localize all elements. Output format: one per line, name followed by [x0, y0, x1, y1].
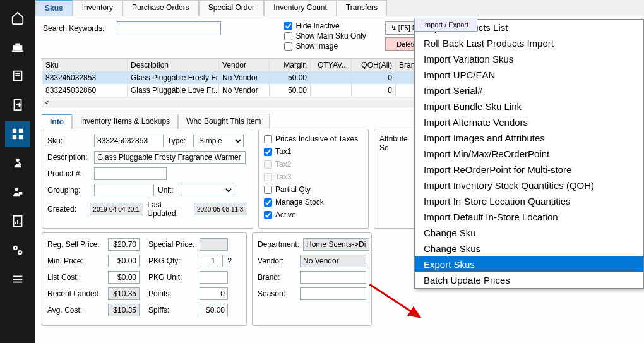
- chk-tax1[interactable]: [264, 148, 272, 156]
- sku-field[interactable]: [94, 135, 164, 147]
- chk-main-label: Show Main Sku Only: [295, 32, 366, 40]
- brand-field[interactable]: [300, 271, 366, 284]
- dd-import-qoh[interactable]: Import Inventory Stock Quantities (QOH): [415, 178, 643, 193]
- prod-label: Product #:: [47, 169, 90, 178]
- sku-label: Sku:: [47, 136, 90, 145]
- tab-info[interactable]: Info: [42, 114, 72, 129]
- settings-icon[interactable]: [5, 238, 30, 263]
- tab-inventory[interactable]: Inventory: [73, 0, 122, 16]
- meta-panel: Department: Vendor: Brand: Season:: [252, 232, 372, 326]
- sku-info-panel: Sku: Type: Simple Description: Product #…: [42, 129, 253, 229]
- list-cost-field[interactable]: [108, 271, 140, 284]
- sidebar-nav: [0, 0, 35, 343]
- inventory-icon[interactable]: [5, 121, 30, 147]
- chk-active[interactable]: [264, 211, 272, 219]
- pkg-qty-field[interactable]: [200, 255, 218, 267]
- col-qty[interactable]: QTYAV...: [311, 59, 352, 71]
- svg-rect-7: [19, 129, 23, 133]
- import-export-button[interactable]: Import / Export: [414, 18, 477, 32]
- tab-count[interactable]: Inventory Count: [264, 0, 337, 16]
- import-export-menu: Import Products List Roll Back Last Prod…: [414, 19, 644, 289]
- dd-batch-update[interactable]: Batch Update Prices: [415, 272, 643, 288]
- vendor-field[interactable]: [300, 255, 366, 267]
- pkg-unit-field[interactable]: [200, 271, 228, 284]
- pricing-panel: Reg. Sell Price: Min. Price: List Cost: …: [42, 232, 247, 326]
- prod-field[interactable]: [94, 167, 167, 180]
- svg-point-19: [15, 247, 16, 249]
- recent-landed-field: [108, 287, 140, 300]
- dd-export-skus[interactable]: Export Skus: [415, 256, 643, 272]
- dd-import-bundle[interactable]: Import Bundle Sku Link: [415, 99, 643, 114]
- created-label: Created:: [47, 205, 86, 214]
- vendor-icon[interactable]: [5, 179, 30, 205]
- tab-special[interactable]: Special Order: [199, 0, 264, 16]
- dd-import-default-loc[interactable]: Import Default In-Store Location: [415, 209, 643, 225]
- menu-icon[interactable]: [5, 267, 30, 292]
- tab-lookups[interactable]: Inventory Items & Lookups: [72, 114, 178, 129]
- tab-transfers[interactable]: Transfers: [337, 0, 387, 16]
- desc-field[interactable]: [94, 151, 246, 164]
- avg-cost-field: [108, 304, 140, 316]
- top-tabs: Skus Inventory Purchase Orders Special O…: [35, 0, 644, 16]
- col-margin[interactable]: Margin: [270, 59, 311, 71]
- dd-rollback[interactable]: Roll Back Last Products Import: [415, 35, 643, 51]
- export-icon[interactable]: [5, 92, 30, 117]
- home-icon[interactable]: [5, 5, 30, 30]
- min-price-field[interactable]: [108, 255, 140, 267]
- col-qoh[interactable]: QOH(All): [352, 59, 396, 71]
- svg-rect-1: [15, 44, 20, 46]
- dd-import-upc[interactable]: Import UPC/EAN: [415, 67, 643, 83]
- chk-stock[interactable]: [264, 198, 272, 207]
- dd-import-instore-qty[interactable]: Import In-Store Location Quantities: [415, 193, 643, 209]
- chk-hide-label: Hide Inactive: [295, 21, 339, 30]
- svg-rect-9: [19, 135, 23, 139]
- season-field[interactable]: [300, 287, 366, 300]
- report-icon[interactable]: [5, 208, 30, 234]
- tab-po[interactable]: Purchase Orders: [122, 0, 199, 16]
- svg-point-11: [15, 188, 18, 191]
- register-icon[interactable]: [5, 34, 30, 59]
- unit-label: Unit:: [158, 186, 177, 195]
- desc-label: Description:: [47, 153, 90, 162]
- dd-import-alt-vendors[interactable]: Import Alternate Vendors: [415, 114, 643, 130]
- dd-import-variation[interactable]: Import Variation Skus: [415, 51, 643, 67]
- dd-import-serial[interactable]: Import Serial#: [415, 83, 643, 99]
- updated-field: [194, 203, 247, 215]
- col-sku[interactable]: Sku: [42, 59, 128, 71]
- dd-import-images[interactable]: Import Images and Attributes: [415, 130, 643, 146]
- pkg-qty-help-button[interactable]: ?: [222, 255, 232, 267]
- tab-whobought[interactable]: Who Bought This Item: [178, 114, 270, 129]
- dd-import-minmax[interactable]: Import Min/Max/ReOrderPoint: [415, 146, 643, 162]
- unit-select[interactable]: [181, 184, 234, 196]
- chk-main-sku[interactable]: [284, 32, 292, 40]
- receipt-icon[interactable]: [5, 63, 30, 88]
- group-field[interactable]: [94, 184, 154, 196]
- search-input[interactable]: [117, 21, 221, 35]
- svg-point-10: [16, 159, 20, 162]
- svg-rect-8: [13, 135, 16, 139]
- chk-tax3: [264, 173, 272, 181]
- customer-icon[interactable]: [5, 150, 30, 176]
- dd-import-reorder-multi[interactable]: Import ReOrderPoint for Multi-store: [415, 162, 643, 178]
- type-select[interactable]: Simple: [193, 135, 244, 147]
- chk-partial[interactable]: [264, 186, 272, 194]
- dept-field[interactable]: [303, 238, 369, 251]
- attr-label: Attribute Se: [379, 135, 415, 152]
- chk-tax2: [264, 160, 272, 169]
- tax-panel: Prices Inclusive of Taxes Tax1 Tax2 Tax3…: [258, 129, 369, 229]
- points-field[interactable]: [200, 287, 228, 300]
- dd-change-sku[interactable]: Change Sku: [415, 225, 643, 241]
- tab-skus[interactable]: Skus: [35, 0, 73, 16]
- reg-price-field[interactable]: [108, 238, 140, 251]
- dd-change-skus[interactable]: Change Skus: [415, 241, 643, 256]
- col-vendor[interactable]: Vendor: [219, 59, 270, 71]
- chk-incl-tax[interactable]: [264, 135, 272, 143]
- chk-hide-inactive[interactable]: [284, 22, 292, 30]
- special-price-field: [200, 238, 228, 251]
- spiffs-field[interactable]: [200, 304, 228, 316]
- chk-img-label: Show Image: [295, 42, 338, 51]
- type-label: Type:: [167, 136, 189, 145]
- svg-point-20: [19, 251, 21, 253]
- col-desc[interactable]: Description: [128, 59, 219, 71]
- chk-show-image[interactable]: [284, 42, 292, 51]
